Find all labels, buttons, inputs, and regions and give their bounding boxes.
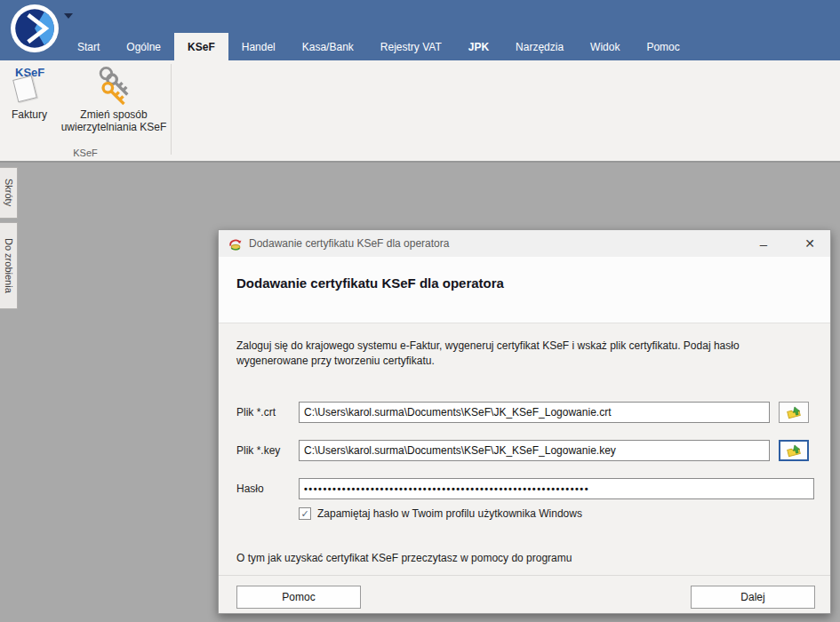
tab-start[interactable]: Start xyxy=(64,33,113,60)
dialog-help-text: O tym jak uzyskać certyfikat KSeF przecz… xyxy=(236,552,572,564)
dialog-title: Dodawanie certyfikatu KSeF dla operatora xyxy=(249,237,449,250)
sidebar-tab-skroty[interactable]: Skróty xyxy=(0,167,18,219)
next-button[interactable]: Dalej xyxy=(691,586,815,609)
tab-ksef[interactable]: KSeF xyxy=(174,33,228,60)
key-file-input[interactable] xyxy=(299,440,770,461)
key-browse-button[interactable] xyxy=(779,440,809,461)
logo-menu-dropdown-icon[interactable] xyxy=(64,13,73,19)
tab-kasa-bank[interactable]: Kasa/Bank xyxy=(289,33,367,60)
change-auth-button[interactable]: Zmień sposób uwierzytelniania KSeF xyxy=(59,66,169,133)
ksef-certificate-dialog: Dodawanie certyfikatu KSeF dla operatora… xyxy=(218,229,831,614)
ribbon-group-label: KSeF xyxy=(0,148,171,158)
tab-rejestry-vat[interactable]: Rejestry VAT xyxy=(367,33,455,60)
sidebar-tab-do-zrobienia-label: Do zrobienia xyxy=(4,238,14,293)
keys-icon xyxy=(92,66,135,105)
ribbon-tabstrip: Start Ogólne KSeF Handel Kasa/Bank Rejes… xyxy=(64,33,693,60)
dialog-header-band: Dodawanie certyfikatu KSeF dla operatora xyxy=(219,257,830,323)
remember-password-checkbox[interactable]: ✓ xyxy=(299,507,311,520)
top-menu-bar: Start Ogólne KSeF Handel Kasa/Bank Rejes… xyxy=(0,0,840,60)
password-input[interactable] xyxy=(299,478,814,499)
dialog-titlebar: Dodawanie certyfikatu KSeF dla operatora… xyxy=(219,230,830,257)
ksef-invoice-icon: KSeF xyxy=(10,66,49,105)
tab-ogolne[interactable]: Ogólne xyxy=(113,33,174,60)
sidebar-tab-do-zrobienia[interactable]: Do zrobienia xyxy=(0,222,18,309)
password-label: Hasło xyxy=(236,482,264,495)
crt-file-input[interactable] xyxy=(299,402,770,423)
remember-password-label: Zapamiętaj hasło w Twoim profilu użytkow… xyxy=(317,507,582,520)
dialog-footer-separator xyxy=(219,575,830,576)
ribbon-group-separator xyxy=(171,64,172,155)
tab-narzedzia[interactable]: Narzędzia xyxy=(502,33,577,60)
change-auth-button-label: Zmień sposób uwierzytelniania KSeF xyxy=(59,108,169,133)
folder-open-icon xyxy=(785,406,803,419)
tab-widok[interactable]: Widok xyxy=(577,33,633,60)
dialog-title-icon xyxy=(228,236,243,251)
sidebar-tab-skroty-label: Skróty xyxy=(4,179,14,206)
remember-password-checkbox-row[interactable]: ✓ Zapamiętaj hasło w Twoim profilu użytk… xyxy=(299,507,582,520)
close-button[interactable]: ✕ xyxy=(796,232,823,255)
dialog-description: Zaloguj się do krajowego systemu e-Faktu… xyxy=(236,339,812,369)
crt-file-label: Plik *.crt xyxy=(236,406,276,419)
ribbon: KSeF Faktury Zmień sposób uwierz xyxy=(0,60,840,163)
folder-open-icon xyxy=(785,444,803,458)
ribbon-group-ksef: KSeF Faktury Zmień sposób uwierz xyxy=(0,60,171,161)
tab-pomoc[interactable]: Pomoc xyxy=(633,33,692,60)
help-button[interactable]: Pomoc xyxy=(236,586,361,609)
app-logo-icon xyxy=(10,4,60,53)
tab-jpk[interactable]: JPK xyxy=(455,33,502,60)
faktury-button[interactable]: KSeF Faktury xyxy=(4,66,55,121)
key-file-label: Plik *.key xyxy=(236,444,280,457)
minimize-button[interactable]: – xyxy=(750,232,777,255)
dialog-heading: Dodawanie certyfikatu KSeF dla operatora xyxy=(236,275,504,291)
app-window: Start Ogólne KSeF Handel Kasa/Bank Rejes… xyxy=(0,0,840,622)
app-logo-button[interactable] xyxy=(10,4,60,53)
tab-handel[interactable]: Handel xyxy=(228,33,289,60)
faktury-button-label: Faktury xyxy=(4,108,55,121)
crt-browse-button[interactable] xyxy=(779,402,809,423)
